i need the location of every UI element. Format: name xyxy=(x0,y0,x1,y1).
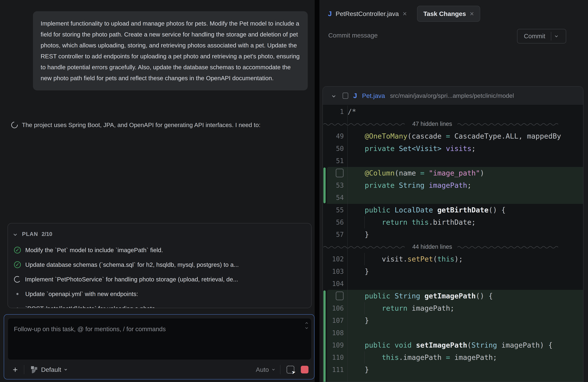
followup-input[interactable] xyxy=(8,318,311,360)
code-line: 56 return this.birthDate; xyxy=(323,216,583,228)
code-text[interactable]: } xyxy=(348,265,369,277)
chevron-down-icon[interactable] xyxy=(555,34,558,37)
code-text[interactable]: @OneToMany(cascade = CascadeType.ALL, ma… xyxy=(348,130,561,142)
line-number: 50 xyxy=(323,142,344,155)
plan-item: `POST /pets/{petId}/photo` for uploading… xyxy=(14,304,307,308)
code-line: 103 } xyxy=(323,265,583,277)
commit-message-input[interactable] xyxy=(328,28,505,42)
line-number: 107 xyxy=(323,314,344,327)
line-change-checkbox[interactable] xyxy=(336,292,343,300)
line-number: 106 xyxy=(323,302,344,314)
code-line: public String getImagePath() { xyxy=(323,290,583,302)
code-line: 106 return imagePath; xyxy=(323,302,583,314)
commit-button[interactable]: Commit xyxy=(517,29,566,43)
cursor-arrow-icon: ➤ xyxy=(291,369,296,376)
code-line: 53 private String imagePath; xyxy=(323,179,583,191)
line-number: 102 xyxy=(323,253,344,265)
line-number: 57 xyxy=(323,228,344,241)
line-number: 111 xyxy=(323,363,344,376)
code-text[interactable]: visit.setPet(this); xyxy=(348,253,463,265)
line-number: 55 xyxy=(323,204,344,216)
divider xyxy=(280,365,280,374)
profile-icon xyxy=(30,366,38,373)
composer-toolbar: + Default Auto ➤ xyxy=(4,364,315,375)
code-text[interactable]: /* xyxy=(348,106,356,118)
code-text[interactable]: } xyxy=(348,363,369,376)
hidden-lines-label[interactable]: 44 hidden lines xyxy=(412,243,452,250)
plan-item: Update `openapi.yml` with new endpoints: xyxy=(14,289,307,298)
profile-selector[interactable]: Default xyxy=(41,366,61,373)
mode-selector[interactable]: Auto xyxy=(256,366,269,373)
code-line: 49 @OneToMany(cascade = CascadeType.ALL,… xyxy=(323,130,583,142)
tab-task-changes[interactable]: Task Changes × xyxy=(417,6,480,22)
java-icon: J xyxy=(328,10,332,18)
code-text[interactable]: } xyxy=(348,228,369,241)
user-prompt-bubble: Implement functionality to upload and ma… xyxy=(33,11,308,90)
element-picker-button[interactable]: ➤ xyxy=(287,366,294,373)
line-number: 109 xyxy=(323,339,344,351)
code-line: 50 private Set<Visit> visits; xyxy=(323,142,583,155)
line-number: 49 xyxy=(323,130,344,142)
check-circle-icon: ✓ xyxy=(14,247,21,254)
code-text[interactable]: return imagePath; xyxy=(348,302,454,314)
code-text[interactable]: private String imagePath; xyxy=(348,179,471,191)
task-panel: Implement functionality to upload and ma… xyxy=(0,0,315,382)
tab-petrestcontroller[interactable]: J PetRestController.java × xyxy=(328,10,412,18)
code-line: 108 xyxy=(323,327,583,339)
line-number: 1 xyxy=(323,106,344,118)
added-line-highlight xyxy=(327,191,583,204)
panel-divider[interactable] xyxy=(315,0,319,382)
code-text[interactable]: return this.birthDate; xyxy=(348,216,476,228)
code-line: 55 public LocalDate getBirthDate() { xyxy=(323,204,583,216)
resize-toggle[interactable] xyxy=(306,323,308,329)
code-line: 110 this.imagePath = imagePath; xyxy=(323,351,583,363)
file-checkbox[interactable] xyxy=(343,93,348,99)
code-text[interactable]: private Set<Visit> visits; xyxy=(348,142,476,155)
diff-file-header[interactable]: J Pet.java src/main/java/org/spri...ampl… xyxy=(323,86,583,105)
editor-panel: J PetRestController.java × Task Changes … xyxy=(319,0,588,382)
java-icon: J xyxy=(353,92,357,100)
code-text[interactable]: @Column(name = "image_path") xyxy=(348,167,484,179)
code-text[interactable]: } xyxy=(348,314,369,327)
composer-card: + Default Auto ➤ xyxy=(4,314,315,380)
line-number: 110 xyxy=(323,351,344,363)
code-text[interactable]: public LocalDate getBirthDate() { xyxy=(348,204,505,216)
added-lines-gutter-bar xyxy=(323,290,326,382)
line-change-checkbox[interactable] xyxy=(336,169,343,177)
code-text[interactable]: public String getImagePath() { xyxy=(348,290,493,302)
hidden-lines-separator: 44 hidden lines xyxy=(323,241,583,253)
bullet-icon xyxy=(16,293,19,295)
code-line: 102 visit.setPet(this); xyxy=(323,253,583,265)
code-line: 57 } xyxy=(323,228,583,241)
plan-title: PLAN xyxy=(22,231,38,237)
chevron-down-icon[interactable] xyxy=(332,94,336,98)
added-lines-gutter-bar xyxy=(323,168,326,203)
plan-item: ✓Update database schemas (`schema.sql` f… xyxy=(14,260,307,269)
code-line: 111 } xyxy=(323,363,583,376)
chevron-down-icon xyxy=(305,326,308,329)
stop-button[interactable] xyxy=(301,366,309,373)
code-text[interactable]: public void setImagePath(String imagePat… xyxy=(348,339,552,351)
line-number: 108 xyxy=(323,327,344,339)
line-number: 54 xyxy=(323,191,344,204)
code-line: 107 } xyxy=(323,314,583,327)
diff-file-name: Pet.java xyxy=(362,92,385,99)
close-icon[interactable]: × xyxy=(470,11,474,17)
hidden-lines-label[interactable]: 47 hidden lines xyxy=(412,121,452,127)
close-icon[interactable]: × xyxy=(403,11,407,17)
chevron-down-icon[interactable] xyxy=(272,368,275,370)
plan-item-text: `POST /pets/{petId}/photo` for uploading… xyxy=(25,305,155,308)
chevron-down-icon[interactable] xyxy=(14,233,17,236)
line-number: 56 xyxy=(323,216,344,228)
bullet-icon xyxy=(16,308,19,308)
wavy-line-icon xyxy=(457,122,561,126)
added-line-highlight xyxy=(323,376,583,382)
code-text[interactable]: this.imagePath = imagePath; xyxy=(348,351,497,363)
wavy-line-icon xyxy=(457,245,561,249)
attach-button[interactable]: + xyxy=(13,365,18,374)
chevron-down-icon[interactable] xyxy=(64,368,67,370)
spinner-icon xyxy=(10,120,19,129)
plan-header[interactable]: PLAN 2/10 xyxy=(14,231,52,237)
chevron-up-icon xyxy=(305,322,308,325)
line-number: 53 xyxy=(323,179,344,191)
